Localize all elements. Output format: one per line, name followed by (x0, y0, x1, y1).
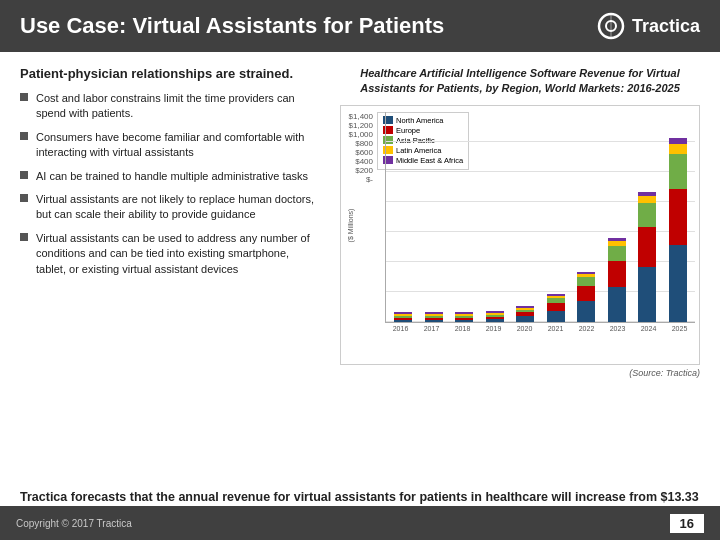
x-axis-label: 2019 (480, 325, 508, 332)
y-axis-label: ($ Millions) (347, 208, 354, 242)
x-axis-label: 2020 (511, 325, 539, 332)
bars-area (385, 112, 695, 323)
y-axis-tick: $600 (355, 148, 373, 157)
bar-segment (577, 277, 595, 286)
bar-group (392, 312, 414, 322)
bar-segment (669, 245, 687, 322)
x-axis-label: 2022 (573, 325, 601, 332)
bar-segment (577, 286, 595, 301)
bar-group (636, 192, 658, 322)
chart-source: (Source: Tractica) (340, 368, 700, 378)
chart-title: Healthcare Artificial Intelligence Softw… (340, 66, 700, 97)
bullet-icon (20, 194, 28, 202)
y-axis: $1,400$1,200$1,000$800$600$400$200$- (345, 112, 377, 200)
page-number: 16 (670, 514, 704, 533)
bullet-icon (20, 132, 28, 140)
bar-segment (486, 319, 504, 322)
bar-group (545, 294, 567, 322)
bullet-text: Virtual assistants can be used to addres… (36, 231, 320, 277)
y-axis-tick: $1,000 (349, 130, 373, 139)
copyright-text: Copyright © 2017 Tractica (16, 518, 132, 529)
bar-group (453, 312, 475, 322)
chart-bars-area: 2016201720182019202020212022202320242025 (385, 112, 695, 332)
list-item: Consumers have become familiar and comfo… (20, 130, 320, 161)
page-title: Use Case: Virtual Assistants for Patient… (20, 13, 444, 39)
section-title: Patient-physician relationships are stra… (20, 66, 320, 81)
bar-segment (608, 287, 626, 322)
bar-segment (547, 303, 565, 311)
bullet-list: Cost and labor constrains limit the time… (20, 91, 320, 277)
chart-inner: $1,400$1,200$1,000$800$600$400$200$- ($ … (345, 112, 695, 332)
y-axis-tick: $200 (355, 166, 373, 175)
y-axis-tick: $- (366, 175, 373, 184)
bar-segment (638, 227, 656, 267)
bar-segment (669, 144, 687, 154)
list-item: Virtual assistants are not likely to rep… (20, 192, 320, 223)
bullet-text: Consumers have become familiar and comfo… (36, 130, 320, 161)
x-axis-label: 2017 (418, 325, 446, 332)
bar-segment (547, 311, 565, 322)
bullet-text: AI can be trained to handle multiple adm… (36, 169, 308, 184)
bar-segment (608, 246, 626, 261)
bullet-icon (20, 233, 28, 241)
bars-row (386, 138, 695, 322)
x-axis-label: 2023 (604, 325, 632, 332)
x-axis-label: 2021 (542, 325, 570, 332)
bar-segment (425, 320, 443, 322)
bar-group (667, 138, 689, 322)
bar-segment (394, 320, 412, 322)
list-item: Cost and labor constrains limit the time… (20, 91, 320, 122)
bar-segment (669, 189, 687, 245)
bullet-text: Cost and labor constrains limit the time… (36, 91, 320, 122)
left-column: Patient-physician relationships are stra… (20, 66, 320, 472)
bar-segment (455, 320, 473, 322)
right-column: Healthcare Artificial Intelligence Softw… (340, 66, 700, 472)
x-axis-label: 2016 (387, 325, 415, 332)
bar-group (575, 272, 597, 322)
y-axis-tick: $800 (355, 139, 373, 148)
list-item: Virtual assistants can be used to addres… (20, 231, 320, 277)
bar-segment (669, 154, 687, 189)
x-axis-label: 2025 (666, 325, 694, 332)
bar-segment (638, 196, 656, 203)
list-item: AI can be trained to handle multiple adm… (20, 169, 320, 184)
bar-segment (638, 267, 656, 322)
bar-group (484, 311, 506, 322)
footer: Copyright © 2017 Tractica 16 (0, 506, 720, 540)
bar-group (606, 238, 628, 322)
bar-group (514, 306, 536, 322)
x-labels: 2016201720182019202020212022202320242025 (385, 325, 695, 332)
bar-segment (577, 301, 595, 322)
y-axis-tick: $400 (355, 157, 373, 166)
bar-group (423, 312, 445, 322)
bar-segment (638, 203, 656, 227)
main-content: Patient-physician relationships are stra… (0, 52, 720, 482)
x-axis-label: 2024 (635, 325, 663, 332)
bullet-icon (20, 93, 28, 101)
bar-segment (608, 261, 626, 287)
tractica-logo-icon (596, 11, 626, 41)
logo-area: Tractica (596, 11, 700, 41)
bullet-text: Virtual assistants are not likely to rep… (36, 192, 320, 223)
x-axis-label: 2018 (449, 325, 477, 332)
header: Use Case: Virtual Assistants for Patient… (0, 0, 720, 52)
y-axis-tick: $1,400 (349, 112, 373, 121)
bar-segment (516, 316, 534, 322)
logo-text: Tractica (632, 16, 700, 37)
y-axis-tick: $1,200 (349, 121, 373, 130)
chart-container: North AmericaEuropeAsia PacificLatin Ame… (340, 105, 700, 365)
bullet-icon (20, 171, 28, 179)
